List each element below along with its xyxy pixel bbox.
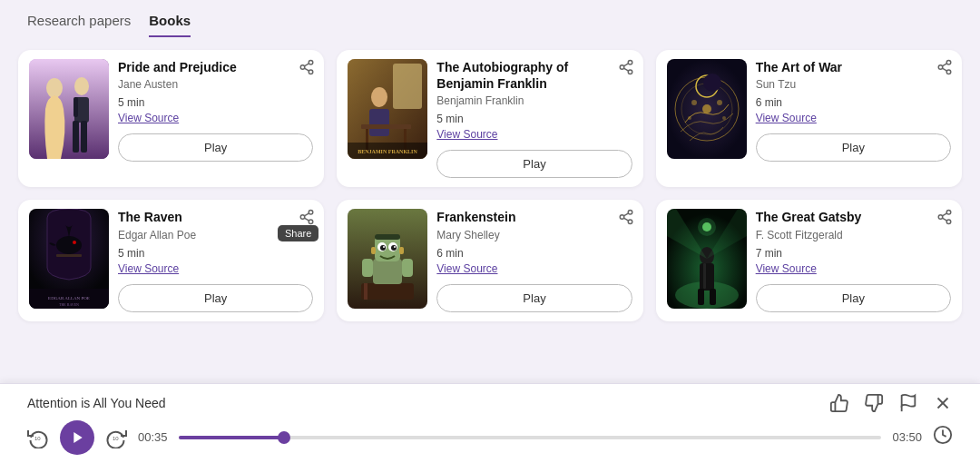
card-pride-prejudice: Pride and Prejudice Jane Austen 5 min Vi…	[18, 50, 324, 187]
svg-point-14	[371, 87, 387, 107]
thumb-the-raven: EDGAR ALLAN POE THE RAVEN	[29, 209, 109, 309]
svg-point-34	[688, 116, 691, 120]
thumb-frankenstein	[348, 209, 427, 309]
svg-line-86	[942, 219, 946, 222]
play-button-benjamin-franklin[interactable]: Play	[436, 150, 632, 178]
tab-research-papers[interactable]: Research papers	[27, 13, 131, 37]
share-button-great-gatsby[interactable]	[936, 209, 953, 229]
svg-rect-78	[698, 289, 704, 305]
svg-text:THE RAVEN: THE RAVEN	[59, 302, 79, 307]
thumb-benjamin-franklin: BENJAMIN FRANKLIN	[348, 59, 427, 159]
play-button-frankenstein[interactable]: Play	[436, 284, 632, 312]
svg-rect-65	[371, 247, 376, 254]
skip-back-button[interactable]: 10	[27, 427, 49, 448]
svg-line-11	[305, 64, 309, 66]
svg-point-43	[73, 241, 76, 244]
svg-rect-80	[703, 263, 706, 289]
card-duration-art-of-war: 6 min	[756, 96, 951, 109]
share-button-benjamin-franklin[interactable]	[618, 59, 634, 79]
svg-point-32	[691, 100, 697, 105]
svg-rect-79	[710, 289, 716, 305]
card-the-raven: EDGAR ALLAN POE THE RAVEN The Raven Edga…	[18, 200, 324, 320]
svg-rect-67	[362, 259, 373, 277]
svg-point-33	[717, 100, 722, 105]
flag-button[interactable]	[898, 393, 918, 413]
card-title-art-of-war: The Art of War	[756, 59, 951, 75]
card-art-of-war: The Art of War Sun Tzu 6 min View Source…	[656, 50, 962, 187]
svg-point-76	[700, 247, 714, 265]
svg-rect-13	[393, 64, 422, 109]
card-author-pride-prejudice: Jane Austen	[118, 78, 313, 91]
svg-text:10: 10	[113, 436, 119, 441]
progress-fill	[179, 436, 284, 439]
card-benjamin-franklin: BENJAMIN FRANKLIN The Autobiography of B…	[337, 50, 642, 187]
card-source-great-gatsby[interactable]: View Source	[756, 262, 951, 275]
svg-point-84	[938, 215, 943, 220]
card-duration-pride-prejudice: 5 min	[118, 96, 313, 109]
card-title-the-raven: The Raven	[118, 209, 313, 225]
play-button-great-gatsby[interactable]: Play	[756, 284, 951, 312]
svg-line-40	[942, 64, 946, 66]
svg-point-60	[380, 245, 386, 251]
card-body-frankenstein: Frankenstein Mary Shelley 6 min View Sou…	[436, 209, 632, 311]
svg-point-69	[628, 211, 632, 215]
svg-point-85	[946, 220, 951, 224]
close-button[interactable]	[933, 393, 953, 413]
svg-point-36	[946, 61, 951, 65]
svg-rect-4	[74, 97, 78, 117]
play-pause-button[interactable]	[60, 420, 94, 455]
svg-line-24	[623, 68, 628, 71]
share-button-frankenstein[interactable]	[618, 209, 634, 229]
card-author-frankenstein: Mary Shelley	[436, 229, 632, 241]
player-bar: Attention is All You Need 10	[0, 383, 980, 463]
player-bottom-row: 10 10 00:35 03:50	[27, 420, 953, 455]
card-body-art-of-war: The Art of War Sun Tzu 6 min View Source…	[756, 59, 951, 162]
player-top-row: Attention is All You Need	[27, 393, 953, 413]
share-tooltip-the-raven: Share	[278, 225, 318, 241]
card-source-pride-prejudice[interactable]: View Source	[118, 112, 313, 124]
progress-bar[interactable]	[179, 436, 882, 439]
svg-point-82	[698, 218, 716, 236]
share-button-pride-prejudice[interactable]	[299, 59, 315, 79]
like-button[interactable]	[829, 393, 849, 413]
svg-text:10: 10	[34, 436, 41, 441]
svg-rect-55	[364, 283, 368, 300]
dislike-button[interactable]	[864, 393, 884, 413]
svg-rect-68	[402, 259, 413, 277]
svg-point-23	[628, 70, 632, 74]
svg-point-30	[703, 74, 721, 92]
svg-point-38	[946, 70, 951, 74]
svg-line-39	[942, 68, 946, 71]
svg-point-71	[628, 220, 632, 224]
svg-text:EDGAR ALLAN POE: EDGAR ALLAN POE	[48, 296, 90, 300]
card-source-frankenstein[interactable]: View Source	[436, 262, 632, 275]
play-button-the-raven[interactable]: Play	[118, 284, 313, 312]
tab-books[interactable]: Books	[149, 13, 191, 37]
card-body-pride-prejudice: Pride and Prejudice Jane Austen 5 min Vi…	[118, 59, 313, 162]
card-body-benjamin-franklin: The Autobiography of Benjamin Franklin B…	[436, 59, 632, 178]
books-grid: Pride and Prejudice Jane Austen 5 min Vi…	[0, 37, 980, 334]
play-button-art-of-war[interactable]: Play	[756, 133, 951, 162]
svg-rect-16	[361, 124, 411, 129]
svg-point-22	[620, 65, 624, 70]
card-frankenstein: Frankenstein Mary Shelley 6 min View Sou…	[337, 200, 642, 320]
play-button-pride-prejudice[interactable]: Play	[118, 133, 313, 162]
card-body-the-raven: The Raven Edgar Allan Poe 5 min View Sou…	[118, 209, 313, 311]
thumb-art-of-war	[667, 59, 747, 159]
share-button-art-of-war[interactable]	[936, 59, 953, 79]
svg-point-35	[722, 116, 726, 120]
card-author-benjamin-franklin: Benjamin Franklin	[436, 94, 632, 107]
speed-button[interactable]	[933, 425, 953, 449]
svg-point-50	[309, 220, 314, 224]
progress-thumb	[278, 431, 290, 444]
card-source-the-raven[interactable]: View Source	[118, 262, 313, 275]
card-duration-frankenstein: 6 min	[436, 247, 632, 260]
card-source-art-of-war[interactable]: View Source	[756, 112, 951, 124]
svg-line-52	[305, 213, 309, 216]
current-time: 00:35	[138, 430, 168, 444]
card-duration-benjamin-franklin: 5 min	[436, 113, 632, 125]
card-author-art-of-war: Sun Tzu	[756, 78, 951, 91]
skip-forward-button[interactable]: 10	[105, 427, 127, 448]
svg-point-7	[309, 61, 314, 65]
card-source-benjamin-franklin[interactable]: View Source	[436, 128, 632, 141]
